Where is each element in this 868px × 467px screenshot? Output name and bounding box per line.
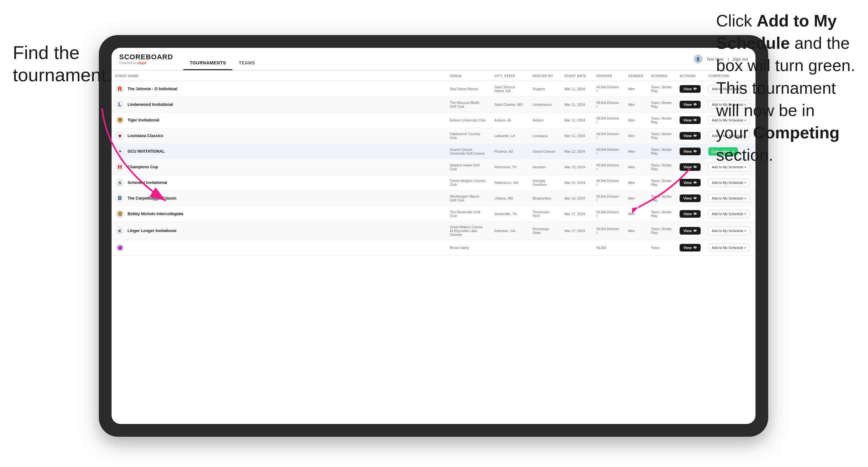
cell-venue: Forest Heights Country Club (446, 175, 491, 191)
cell-hosted: Houston (529, 159, 561, 175)
cell-division: NCAA Division I (593, 222, 624, 240)
view-label: View (683, 118, 692, 122)
add-to-schedule-button[interactable]: Add to My Schedule + (708, 244, 750, 252)
cell-gender: Men (624, 159, 647, 175)
add-to-schedule-button[interactable]: Add to My Schedule + (708, 210, 750, 218)
cell-hosted: Tennessee Tech (529, 206, 561, 222)
table-row: K Linger Longer Invitational Great Water… (112, 222, 755, 240)
col-header-start-date: START DATE (561, 71, 593, 81)
cell-scoring: Team, Stroke Play (647, 191, 676, 206)
cell-city: Sevierville, TN (491, 206, 529, 222)
add-to-schedule-button[interactable]: Add to My Schedule + (708, 194, 750, 203)
cell-event-name: K Linger Longer Invitational (112, 222, 446, 240)
view-button[interactable]: View 👁 (680, 227, 701, 235)
cell-division: NCAA Division I (593, 159, 624, 175)
eye-icon: 👁 (693, 229, 697, 233)
cell-date: Mar 16, 2024 (561, 191, 593, 206)
cell-gender: Men (624, 191, 647, 206)
cell-date: Mar 15, 2024 (561, 175, 593, 191)
cell-scoring: Team, Stroke Play (647, 113, 676, 128)
cell-actions: View 👁 (676, 191, 705, 206)
team-logo: B (115, 194, 124, 203)
event-name-text: Tiger Invitational (127, 118, 159, 122)
cell-scoring: Team, Stroke Play (647, 206, 676, 222)
view-button[interactable]: View 👁 (680, 179, 701, 186)
nav-tab-tournaments[interactable]: TOURNAMENTS (183, 58, 232, 70)
event-name-text: Louisiana Classics (127, 133, 163, 138)
cell-actions: View 👁 (676, 97, 705, 113)
col-header-city: CITY, STATE (491, 71, 529, 81)
table-row: R The Johnnie - O Individual Sea Palms R… (112, 81, 755, 97)
event-name-text: Champions Cup (127, 165, 158, 169)
cell-event-name: R The Johnnie - O Individual (112, 81, 446, 97)
cell-date: Mar 11, 2024 (561, 97, 593, 113)
cell-gender: Men (624, 144, 647, 159)
nav-tab-teams[interactable]: TEAMS (232, 58, 262, 70)
cell-date: Mar 17, 2024 (561, 206, 593, 222)
team-logo: 🐯 (115, 116, 124, 125)
table-row: 🐯 Tiger Invitational Auburn University C… (112, 113, 755, 128)
add-schedule-label: Add to My Schedule + (712, 181, 746, 185)
cell-date: Mar 13, 2024 (561, 159, 593, 175)
team-logo: S (115, 178, 124, 187)
view-button[interactable]: View 👁 (680, 132, 701, 139)
view-button[interactable]: View 👁 (680, 101, 701, 108)
cell-hosted: Louisiana (529, 128, 561, 144)
table-row: 🦁 Bobby Nichols Intercollegiate The Sevi… (112, 206, 755, 222)
eye-icon: 👁 (693, 150, 697, 153)
cell-competing: Add to My Schedule + (705, 175, 755, 191)
event-name-text: The Johnnie - O Individual (127, 87, 177, 91)
event-name-text: Lindenwood Invitational (127, 102, 173, 107)
view-label: View (683, 134, 692, 138)
cell-scoring: Team, Stroke Play (647, 81, 676, 97)
app-header: SCOREBOARD Powered by clippd TOURNAMENTS… (112, 48, 755, 71)
cell-actions: View 👁 (676, 144, 705, 159)
eye-icon: 👁 (693, 134, 697, 138)
annotation-left: Find the tournament. (13, 41, 112, 86)
table-row: ✈ GCU INVITATIONAL Grand Canyon Universi… (112, 144, 755, 159)
cell-division: NCAA Division I (593, 191, 624, 206)
cell-hosted: Kennesaw State (529, 222, 561, 240)
cell-event-name: S Schenkel Invitational (112, 175, 446, 191)
cell-gender: Men (624, 175, 647, 191)
team-logo: K (115, 226, 124, 235)
add-to-schedule-button[interactable]: Add to My Schedule + (708, 227, 750, 235)
cell-division: NCAA Division I (593, 206, 624, 222)
cell-actions: View 👁 (676, 159, 705, 175)
cell-division: NCAA Division I (593, 144, 624, 159)
view-button[interactable]: View 👁 (680, 163, 701, 171)
add-to-schedule-button[interactable]: Add to My Schedule + (708, 179, 750, 187)
view-label: View (683, 165, 692, 169)
view-button[interactable]: View 👁 (680, 85, 701, 93)
cell-date: Mar 11, 2024 (561, 128, 593, 144)
view-button[interactable]: View 👁 (680, 116, 701, 124)
cell-date: Mar 17, 2024 (561, 222, 593, 240)
cell-competing: Add to My Schedule + (705, 191, 755, 206)
cell-city (491, 240, 529, 256)
cell-city: Lafayette, LA (491, 128, 529, 144)
cell-gender: Men (624, 97, 647, 113)
cell-event-name: H Champions Cup (112, 159, 446, 175)
cell-scoring: Team, Stroke Play (647, 144, 676, 159)
cell-city: Phoenix, AZ (491, 144, 529, 159)
cell-date: Mar 12, 2024 (561, 144, 593, 159)
cell-gender: Men (624, 81, 647, 97)
cell-city: Statesboro, GA (491, 175, 529, 191)
cell-event-name: 🟣 (112, 240, 446, 256)
cell-venue: Great Waters Course At Reynolds Lake Oco… (446, 222, 491, 240)
eye-icon: 👁 (693, 246, 697, 250)
cell-hosted: Lindenwood (529, 97, 561, 113)
view-button[interactable]: View 👁 (680, 148, 701, 155)
cell-event-name: 🦁 Bobby Nichols Intercollegiate (112, 206, 446, 222)
cell-actions: View 👁 (676, 222, 705, 240)
cell-scoring: Team, Stroke Play (647, 159, 676, 175)
view-button[interactable]: View 👁 (680, 244, 701, 251)
view-button[interactable]: View 👁 (680, 210, 701, 218)
annotation-right: Click Add to MySchedule and thebox will … (716, 9, 855, 166)
add-schedule-label: Add to My Schedule + (712, 229, 746, 233)
col-header-division: DIVISION (593, 71, 624, 81)
view-button[interactable]: View 👁 (680, 194, 701, 202)
cell-date (561, 240, 593, 256)
cell-city: Saint Simons Island, GA (491, 81, 529, 97)
cell-actions: View 👁 (676, 128, 705, 144)
